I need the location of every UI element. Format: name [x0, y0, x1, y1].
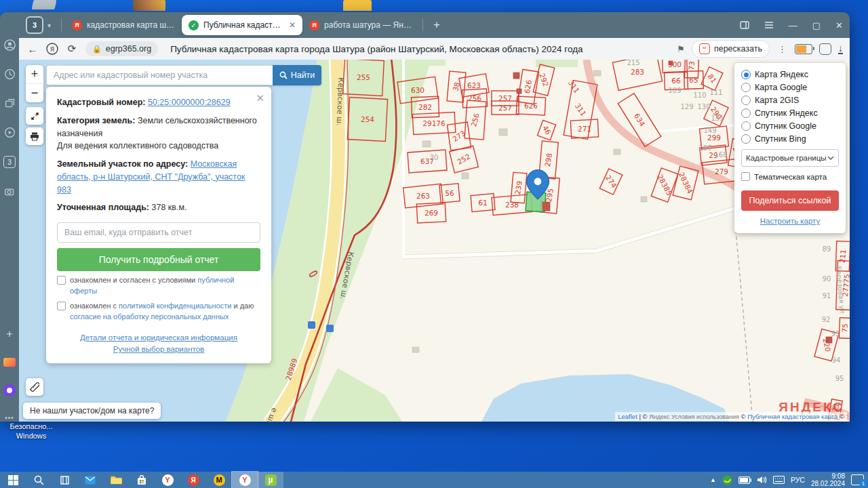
tab-counter-side[interactable]: 3	[3, 156, 16, 168]
map-type-radio-3[interactable]: Спутник Яндекс	[741, 108, 839, 118]
tab-count[interactable]: 3	[26, 16, 43, 34]
consent-link[interactable]: согласие на обработку персональных данны…	[70, 312, 229, 321]
email-field[interactable]	[57, 222, 260, 243]
desktop-icon[interactable]	[133, 0, 165, 11]
privacy-link[interactable]: политикой конфиденциальности	[119, 302, 231, 310]
history-icon[interactable]	[4, 68, 16, 80]
tab-1[interactable]: Я кадастровая карта шатура	[65, 15, 182, 35]
yandex-terms-link[interactable]: Яндекс Условия использования	[649, 413, 739, 420]
radio-icon[interactable]	[741, 134, 751, 144]
file-explorer-button[interactable]	[103, 472, 129, 488]
maximize-button[interactable]: ▢	[812, 20, 821, 30]
tab-3[interactable]: Я работа шатура — Яндекс	[302, 15, 419, 35]
task-view-button[interactable]	[52, 472, 77, 488]
mail-app-button[interactable]	[77, 472, 103, 488]
report-details-link[interactable]: Детали отчета и юридическая информация	[80, 333, 237, 342]
battery-saver-icon[interactable]	[795, 44, 812, 54]
tab-close-icon[interactable]: ✕	[288, 20, 296, 30]
radio-icon[interactable]	[741, 83, 751, 92]
taskbar-search-button[interactable]	[26, 472, 52, 488]
download-icon[interactable]: ↓	[838, 44, 843, 54]
alice-icon[interactable]	[3, 384, 16, 396]
screenshot-icon[interactable]	[4, 186, 16, 197]
tab-2-title: Публичная кадастрова	[203, 20, 283, 30]
yandex-favicon: Я	[72, 20, 82, 30]
share-link-button[interactable]: Поделиться ссылкой	[741, 190, 839, 211]
category-value-2: Для ведения коллективного садоводства	[57, 141, 218, 150]
desktop-icon[interactable]	[32, 0, 57, 9]
panel-close-icon[interactable]: ✕	[256, 91, 264, 106]
keyboard-icon[interactable]	[773, 476, 785, 484]
yandex-mail-icon[interactable]	[3, 358, 16, 367]
privacy-checkbox[interactable]	[57, 302, 66, 310]
ruler-pen-icon	[30, 382, 39, 392]
taskbar-clock[interactable]: 9:08 28.02.2024	[811, 472, 845, 488]
tray-expand-icon[interactable]: ▲	[710, 476, 716, 483]
configure-map-link[interactable]: Настроить карту	[741, 217, 839, 225]
yandex-app-button[interactable]: Я	[180, 472, 206, 488]
yandex-browser-active-button[interactable]: Y	[232, 472, 258, 488]
more-options-icon[interactable]: ⋮	[776, 44, 788, 54]
microsoft-store-button[interactable]	[129, 472, 155, 488]
offer-checkbox[interactable]	[57, 276, 66, 285]
refresh-icon[interactable]: ⟳	[65, 43, 79, 55]
layer-select[interactable]: Кадастровые границы	[741, 149, 839, 167]
close-button[interactable]: ✕	[835, 20, 843, 30]
add-panel-icon[interactable]: +	[6, 328, 12, 340]
language-indicator[interactable]: РУС	[791, 476, 805, 484]
radio-icon[interactable]	[741, 96, 751, 105]
measure-button[interactable]	[26, 378, 43, 396]
extension-icon[interactable]	[819, 43, 831, 55]
retell-button[interactable]: ‹‹ пересказать	[692, 40, 770, 58]
radio-icon[interactable]	[741, 70, 751, 79]
notification-center-icon[interactable]: 1	[851, 474, 864, 485]
desktop-icon-label[interactable]: Безопасно... Windows	[0, 422, 62, 441]
side-panel-icon[interactable]	[740, 20, 749, 30]
chevron-down-icon[interactable]: ▾	[45, 20, 54, 30]
tab-2-active[interactable]: ✓ Публичная кадастрова ✕	[182, 15, 302, 35]
map-type-radio-4[interactable]: Спутник Google	[741, 121, 839, 131]
zoom-in-button[interactable]: +	[26, 65, 43, 83]
manual-choice-link[interactable]: Ручной выбор вариантов	[113, 345, 204, 353]
search-button[interactable]: Найти	[273, 65, 321, 85]
url-chip[interactable]: 🔒 egrp365.org	[85, 41, 158, 56]
yandex-home-icon[interactable]: Я	[46, 43, 58, 55]
cad-number-link[interactable]: 50:25:0000000:28629	[148, 98, 231, 107]
not-found-button[interactable]: Не нашли участок/дом на карте?	[23, 403, 161, 419]
minimize-button[interactable]: —	[789, 20, 797, 30]
desktop-icon[interactable]	[343, 0, 372, 11]
yandex-browser-button[interactable]: Y	[155, 472, 180, 488]
leaflet-link[interactable]: Leaflet	[618, 413, 637, 420]
new-tab-button[interactable]: +	[433, 18, 440, 32]
back-icon[interactable]: ←	[26, 43, 39, 55]
map-type-radio-0[interactable]: Карта Яндекс	[741, 70, 839, 79]
radio-icon[interactable]	[741, 121, 751, 131]
start-button[interactable]	[0, 472, 26, 488]
zoom-out-button[interactable]: −	[26, 83, 43, 102]
thematic-checkbox[interactable]	[741, 172, 750, 181]
menu-icon[interactable]	[764, 21, 774, 29]
volume-icon[interactable]	[757, 476, 767, 484]
map-type-radio-2[interactable]: Карта 2GIS	[741, 96, 839, 105]
print-button[interactable]	[26, 127, 43, 145]
map-type-radio-1[interactable]: Карта Google	[741, 83, 839, 92]
yandex-music-button[interactable]: M	[206, 472, 232, 488]
map-type-radio-5[interactable]: Спутник Bing	[741, 134, 839, 144]
collections-icon[interactable]	[4, 98, 16, 109]
get-report-button[interactable]: Получить подробный отчет	[57, 248, 260, 271]
pkk-link[interactable]: Публичная кадастровая карта	[747, 413, 837, 420]
battery-icon[interactable]	[738, 476, 751, 484]
svg-text:61: 61	[478, 199, 487, 207]
fullscreen-button[interactable]	[26, 107, 43, 125]
cad-number-label: Кадастровый номер:	[57, 98, 146, 107]
search-input[interactable]	[46, 65, 273, 85]
bookmark-icon[interactable]: ⚑	[677, 44, 685, 54]
utorrent-button[interactable]: µ	[258, 472, 283, 488]
svg-text:130: 130	[697, 103, 710, 110]
profile-avatar-icon[interactable]	[4, 39, 16, 51]
antivirus-tray-icon[interactable]	[722, 475, 732, 485]
sidebar-more-icon[interactable]: •••	[5, 414, 14, 422]
radio-icon[interactable]	[741, 108, 751, 118]
video-icon[interactable]	[4, 127, 16, 138]
tab-group-counter[interactable]: 3 ▾	[26, 16, 54, 34]
